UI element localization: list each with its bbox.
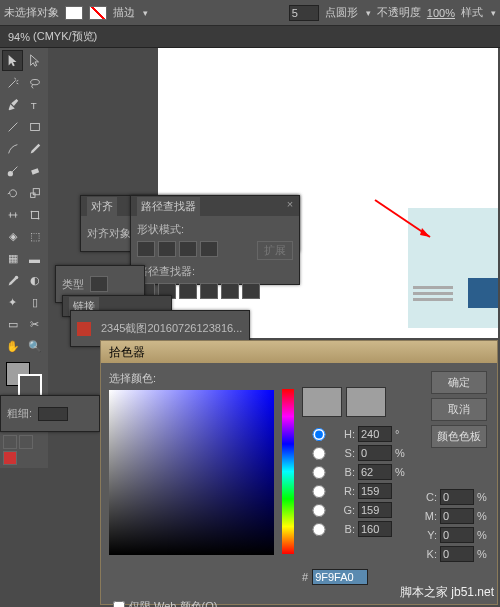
zoom-tool[interactable]: 🔍 (24, 336, 45, 357)
svg-rect-7 (33, 188, 39, 194)
hex-input[interactable] (312, 569, 368, 585)
line-tool[interactable] (2, 116, 23, 137)
point-shape-label: 点圆形 (325, 5, 358, 20)
align-tab[interactable]: 对齐 (87, 197, 117, 216)
swatches-button[interactable]: 颜色色板 (431, 425, 487, 448)
web-only-label: 仅限 Web 颜色(O) (129, 599, 217, 607)
perspective-tool[interactable]: ⬚ (24, 226, 45, 247)
symbol-sprayer-tool[interactable]: ✦ (2, 292, 23, 313)
artboard-tool[interactable]: ▭ (2, 314, 23, 335)
c-input[interactable] (440, 489, 474, 505)
outline-icon[interactable] (221, 283, 239, 299)
unite-icon[interactable] (137, 241, 155, 257)
screen-mode-normal[interactable] (3, 435, 17, 449)
s-label: S: (339, 447, 355, 459)
k-input[interactable] (440, 546, 474, 562)
pathfinder-tab[interactable]: 路径查找器 (137, 197, 200, 216)
blob-brush-tool[interactable] (2, 160, 23, 181)
linked-filename: 2345截图20160726123816... (101, 321, 242, 336)
gradient-tool[interactable]: ▬ (24, 248, 45, 269)
document-tab[interactable]: 94% (CMYK/预览) (0, 26, 500, 48)
opacity-value[interactable]: 100% (427, 7, 455, 19)
h-input[interactable] (358, 426, 392, 442)
rectangle-tool[interactable] (24, 116, 45, 137)
no-selection-label: 未选择对象 (4, 5, 59, 20)
g-label: G: (339, 504, 355, 516)
mesh-tool[interactable]: ▦ (2, 248, 23, 269)
selection-tool[interactable] (2, 50, 23, 71)
g-input[interactable] (358, 502, 392, 518)
style-label: 样式 (461, 5, 483, 20)
expand-button: 扩展 (257, 241, 293, 260)
svg-point-0 (30, 79, 39, 84)
magic-wand-tool[interactable] (2, 72, 23, 93)
cancel-button[interactable]: 取消 (431, 398, 487, 421)
chevron-down-icon[interactable]: ▾ (143, 8, 148, 18)
ok-button[interactable]: 确定 (431, 371, 487, 394)
merge-icon[interactable] (179, 283, 197, 299)
k-label: K: (421, 548, 437, 560)
graph-tool[interactable]: ▯ (24, 292, 45, 313)
mock-image-block (468, 278, 498, 308)
color-field[interactable] (109, 390, 274, 555)
type-dropdown[interactable] (90, 276, 108, 292)
lasso-tool[interactable] (24, 72, 45, 93)
screen-mode-present[interactable] (3, 451, 17, 465)
h-radio[interactable] (302, 428, 336, 441)
s-radio[interactable] (302, 447, 336, 460)
eyedropper-tool[interactable] (2, 270, 23, 291)
opacity-label: 不透明度 (377, 5, 421, 20)
pencil-tool[interactable] (24, 138, 45, 159)
b2-input[interactable] (358, 521, 392, 537)
rotate-tool[interactable] (2, 182, 23, 203)
fill-stroke-control[interactable] (2, 360, 46, 400)
svg-marker-13 (420, 228, 430, 237)
chevron-down-icon[interactable]: ▾ (491, 8, 496, 18)
b-input[interactable] (358, 464, 392, 480)
exclude-icon[interactable] (200, 241, 218, 257)
current-color-swatch (346, 387, 386, 417)
y-input[interactable] (440, 527, 474, 543)
stroke-label: 描边 (113, 5, 135, 20)
m-label: M: (421, 510, 437, 522)
eraser-tool[interactable] (24, 160, 45, 181)
shape-builder-tool[interactable]: ◈ (2, 226, 23, 247)
pen-tool[interactable] (2, 94, 23, 115)
slice-tool[interactable]: ✂ (24, 314, 45, 335)
mock-text-line (413, 292, 453, 295)
paintbrush-tool[interactable] (2, 138, 23, 159)
crop-icon[interactable] (200, 283, 218, 299)
b-radio[interactable] (302, 466, 336, 479)
hand-tool[interactable]: ✋ (2, 336, 23, 357)
chevron-down-icon[interactable]: ▾ (366, 8, 371, 18)
g-radio[interactable] (302, 504, 336, 517)
pathfinder-label: 路径查找器: (137, 264, 293, 279)
minus-front-icon[interactable] (158, 241, 176, 257)
free-transform-tool[interactable] (24, 204, 45, 225)
stroke-weight-input[interactable] (38, 407, 68, 421)
b2-radio[interactable] (302, 523, 336, 536)
minus-back-icon[interactable] (242, 283, 260, 299)
blend-tool[interactable]: ◐ (24, 270, 45, 291)
close-icon[interactable]: × (283, 198, 297, 212)
screen-mode-full[interactable] (19, 435, 33, 449)
fill-swatch[interactable] (65, 6, 83, 20)
m-input[interactable] (440, 508, 474, 524)
stroke-swatch[interactable] (89, 6, 107, 20)
hex-label: # (302, 571, 308, 583)
r-label: R: (339, 485, 355, 497)
type-tool[interactable]: T (24, 94, 45, 115)
stroke-weight-panel: 粗细: (0, 395, 100, 432)
width-tool[interactable] (2, 204, 23, 225)
r-input[interactable] (358, 483, 392, 499)
s-input[interactable] (358, 445, 392, 461)
hue-slider[interactable] (282, 389, 294, 554)
point-input[interactable] (289, 5, 319, 21)
web-only-checkbox[interactable] (113, 601, 125, 608)
intersect-icon[interactable] (179, 241, 197, 257)
direct-selection-tool[interactable] (24, 50, 45, 71)
r-radio[interactable] (302, 485, 336, 498)
select-color-label: 选择颜色: (109, 371, 274, 386)
scale-tool[interactable] (24, 182, 45, 203)
mock-text-line (413, 298, 453, 301)
